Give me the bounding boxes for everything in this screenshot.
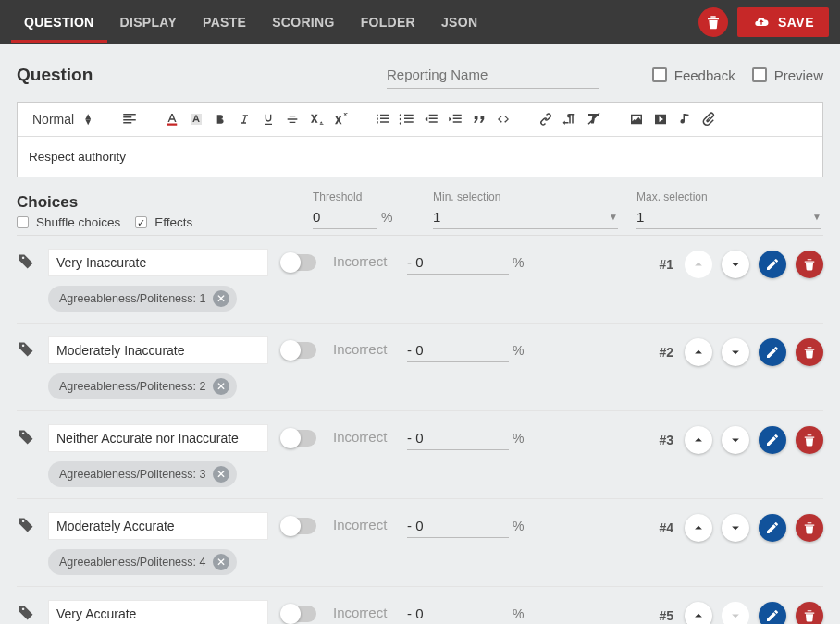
tag-icon[interactable] <box>17 604 35 622</box>
tab-json[interactable]: JSON <box>428 2 490 43</box>
background-color-button[interactable] <box>185 108 207 130</box>
subscript-button[interactable] <box>305 108 327 130</box>
move-up-button[interactable] <box>685 514 712 542</box>
threshold-input[interactable] <box>313 205 377 229</box>
image-button[interactable] <box>625 108 648 130</box>
attach-button[interactable] <box>698 108 720 130</box>
max-selection-field: Max. selection 1 ▼ <box>636 190 821 229</box>
unordered-list-button[interactable] <box>396 108 418 130</box>
bold-button[interactable] <box>209 108 231 130</box>
tag-icon[interactable] <box>17 516 35 534</box>
italic-icon <box>237 112 252 127</box>
remove-chip-button[interactable]: ✕ <box>213 378 229 395</box>
edit-button[interactable] <box>759 251 786 278</box>
choice-list: Very Inaccurate Agreeableness/Politeness… <box>17 236 823 624</box>
delete-choice-button[interactable] <box>796 251 823 278</box>
arrow-up-icon <box>692 258 705 271</box>
choice-text-input[interactable]: Very Accurate <box>48 600 268 624</box>
correct-toggle[interactable] <box>281 254 316 271</box>
move-up-button[interactable] <box>685 602 712 624</box>
feedback-checkbox[interactable]: Feedback <box>652 67 735 83</box>
code-button[interactable] <box>492 108 514 130</box>
effect-chip-label: Agreeableness/Politeness: 2 <box>59 380 205 393</box>
score-input[interactable] <box>407 251 509 275</box>
header-checks: Feedback Preview <box>652 67 823 83</box>
format-select[interactable]: Normal ▲▼ <box>27 108 98 130</box>
editor-content[interactable]: Respect authority <box>18 137 822 177</box>
italic-button[interactable] <box>233 108 255 130</box>
edit-button[interactable] <box>759 602 786 624</box>
remove-chip-button[interactable]: ✕ <box>213 466 229 483</box>
image-icon <box>628 111 645 128</box>
content: Question Feedback Preview Normal ▲▼ <box>0 44 840 624</box>
arrow-up-icon <box>692 521 705 534</box>
edit-button[interactable] <box>759 338 786 366</box>
shuffle-checkbox[interactable]: Shuffle choices <box>17 215 120 229</box>
audio-button[interactable] <box>673 108 696 130</box>
delete-choice-button[interactable] <box>796 514 823 542</box>
delete-button[interactable] <box>698 7 728 37</box>
tag-icon[interactable] <box>17 428 35 447</box>
reporting-name-input[interactable] <box>387 61 599 89</box>
edit-button[interactable] <box>759 514 786 542</box>
correct-toggle[interactable] <box>281 342 316 359</box>
tag-icon[interactable] <box>17 252 35 271</box>
move-up-button[interactable] <box>685 338 712 366</box>
save-button[interactable]: SAVE <box>737 7 829 37</box>
tab-folder[interactable]: FOLDER <box>348 2 428 43</box>
quote-icon <box>471 111 488 128</box>
delete-choice-button[interactable] <box>796 338 823 366</box>
tab-scoring[interactable]: SCORING <box>259 2 347 43</box>
align-button[interactable] <box>118 108 141 130</box>
choice-text-input[interactable]: Moderately Accurate <box>48 512 268 540</box>
correct-toggle[interactable] <box>281 606 316 622</box>
delete-choice-button[interactable] <box>796 426 823 454</box>
choices-title: Choices <box>17 193 294 212</box>
choice-text-input[interactable]: Moderately Inaccurate <box>48 336 268 364</box>
choice-text-input[interactable]: Very Inaccurate <box>48 249 268 276</box>
superscript-button[interactable] <box>329 108 352 130</box>
score-input[interactable] <box>407 338 509 362</box>
move-down-button[interactable] <box>722 251 749 278</box>
effects-checkbox[interactable]: Effects <box>135 215 192 229</box>
rtl-button[interactable] <box>559 108 581 130</box>
percent-symbol: % <box>513 343 524 358</box>
move-down-button[interactable] <box>722 426 749 454</box>
clear-format-button[interactable] <box>583 108 605 130</box>
link-button[interactable] <box>535 108 557 130</box>
ordered-list-button[interactable] <box>372 108 394 130</box>
score-input[interactable] <box>407 602 509 624</box>
outdent-button[interactable] <box>420 108 442 130</box>
move-down-button[interactable] <box>722 514 749 542</box>
trash-icon <box>803 258 816 271</box>
tag-icon[interactable] <box>17 340 35 359</box>
remove-chip-button[interactable]: ✕ <box>213 290 229 307</box>
choice-text-input[interactable]: Neither Accurate nor Inaccurate <box>48 424 268 452</box>
move-up-button[interactable] <box>685 426 712 454</box>
choice-main: Very Accurate Agreeableness/Politeness: … <box>48 600 268 624</box>
move-down-button[interactable] <box>722 338 749 366</box>
checkbox-checked-icon <box>135 216 147 228</box>
quote-button[interactable] <box>468 108 490 130</box>
min-selection-select[interactable]: 1 ▼ <box>433 205 618 229</box>
correct-toggle[interactable] <box>281 430 316 447</box>
text-color-button[interactable] <box>161 108 183 130</box>
effect-chip: Agreeableness/Politeness: 1 ✕ <box>48 286 237 312</box>
delete-choice-button[interactable] <box>796 602 823 624</box>
correct-toggle[interactable] <box>281 518 316 534</box>
tab-display[interactable]: DISPLAY <box>107 2 191 43</box>
percent-symbol: % <box>381 210 392 225</box>
score-input[interactable] <box>407 514 509 538</box>
preview-checkbox[interactable]: Preview <box>752 67 823 83</box>
remove-chip-button[interactable]: ✕ <box>213 554 229 570</box>
tab-question[interactable]: QUESTION <box>11 2 107 43</box>
indent-button[interactable] <box>444 108 466 130</box>
max-selection-select[interactable]: 1 ▼ <box>636 205 821 229</box>
score-input[interactable] <box>407 426 509 450</box>
edit-button[interactable] <box>759 426 786 454</box>
tab-paste[interactable]: PASTE <box>190 2 259 43</box>
ordered-list-icon <box>375 111 391 128</box>
strike-button[interactable] <box>281 108 303 130</box>
video-button[interactable] <box>649 108 672 130</box>
underline-button[interactable] <box>257 108 279 130</box>
